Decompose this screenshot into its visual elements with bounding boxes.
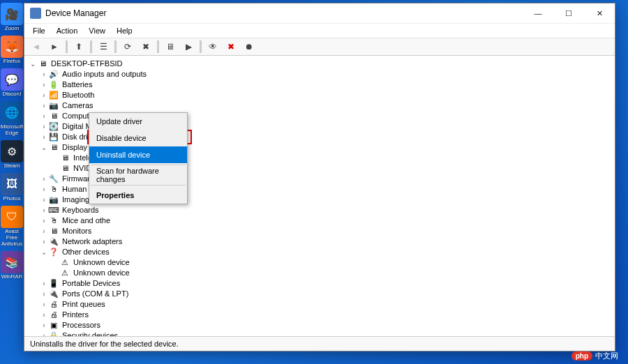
statusbar: Uninstalls the driver for the selected d…	[24, 336, 615, 351]
device-icon: ⚠	[59, 268, 70, 278]
menu-view[interactable]: View	[83, 25, 111, 36]
desktop-icon-zoom[interactable]: 🎥	[1, 3, 23, 25]
tree-item[interactable]: ›🔋Batteries	[40, 79, 615, 90]
expand-icon[interactable]: ›	[40, 184, 48, 195]
watermark: php 中文网	[571, 351, 618, 361]
expand-icon[interactable]: ›	[40, 236, 48, 247]
expand-icon[interactable]: ›	[40, 111, 48, 121]
toolbar-enable-icon[interactable]: ▶	[180, 39, 197, 54]
ctx-update-driver[interactable]: Update driver	[89, 113, 187, 130]
expand-icon[interactable]: ›	[40, 205, 48, 215]
titlebar[interactable]: Device Manager — ☐ ✕	[24, 3, 615, 24]
device-icon: 💾	[48, 132, 59, 142]
toolbar-back-icon[interactable]: ◄	[28, 39, 45, 54]
expand-icon[interactable]: ›	[40, 310, 48, 320]
status-text: Uninstalls the driver for the selected d…	[30, 340, 179, 348]
toolbar-scan-icon[interactable]: 🖥	[162, 39, 179, 54]
tree-item[interactable]: ⌄❓Other devices	[40, 247, 615, 257]
toolbar-refresh-icon[interactable]: ⟳	[119, 39, 136, 54]
expand-icon[interactable]: ›	[40, 278, 48, 289]
collapse-icon[interactable]: ⌄	[29, 59, 37, 69]
device-icon: 📷	[48, 101, 59, 111]
toolbar-forward-icon[interactable]: ►	[46, 39, 63, 54]
toolbar-props-icon[interactable]: ☰	[95, 39, 112, 54]
tree-item[interactable]: ›📷Cameras	[40, 100, 615, 111]
device-icon: 🔌	[48, 289, 59, 299]
collapse-icon[interactable]: ⌄	[40, 142, 48, 153]
menubar: FileActionViewHelp	[24, 24, 615, 38]
expand-icon[interactable]: ›	[40, 79, 48, 90]
tree-label: Keyboards	[61, 205, 100, 215]
tree-label: Security devices	[61, 331, 119, 336]
device-icon: 📷	[48, 195, 59, 205]
tree-item[interactable]: ›🔊Audio inputs and outputs	[40, 69, 615, 79]
tree-label: Bluetooth	[61, 90, 96, 100]
tree-item[interactable]: ⚠Unknown device	[51, 257, 615, 268]
expand-icon[interactable]: ›	[40, 69, 48, 79]
desktop-icon-edge[interactable]: 🌐	[1, 101, 23, 123]
tree-label: Printers	[61, 310, 90, 320]
desktop-icon-label: Zoom	[0, 25, 24, 31]
tree-item[interactable]: ›🖨Print queues	[40, 299, 615, 310]
toolbar-close-red-icon[interactable]: ✖	[223, 39, 239, 54]
desktop-icon-winrar[interactable]: 📚	[1, 251, 23, 273]
device-icon: 📶	[48, 91, 59, 100]
ctx-properties[interactable]: Properties	[89, 187, 187, 204]
tree-item[interactable]: ⌄🖥DESKTOP-ETFBSID	[29, 59, 615, 69]
minimize-button[interactable]: —	[523, 3, 553, 23]
tree-label: Other devices	[61, 247, 111, 257]
device-icon: 🔋	[48, 80, 59, 90]
expand-icon[interactable]: ›	[40, 174, 48, 184]
collapse-icon[interactable]: ⌄	[40, 247, 48, 257]
tree-item[interactable]: ›🖱Mice and othe	[40, 215, 615, 226]
desktop-icon-steam[interactable]: ⚙	[1, 140, 23, 162]
tree-item[interactable]: ›▣Processors	[40, 320, 615, 331]
tree-item[interactable]: ›🔌Ports (COM & LPT)	[40, 289, 615, 299]
expand-icon[interactable]: ›	[40, 121, 48, 132]
tree-label: Network adapters	[61, 236, 124, 247]
toolbar-record-icon[interactable]: ⏺	[241, 39, 257, 54]
desktop-icon-photos[interactable]: 🖼	[1, 173, 23, 195]
menu-action[interactable]: Action	[51, 25, 84, 36]
tree-label: Ports (COM & LPT)	[61, 289, 130, 299]
expand-icon[interactable]: ›	[40, 289, 48, 299]
expand-icon[interactable]: ›	[40, 320, 48, 331]
desktop-icon-discord[interactable]: 💬	[1, 68, 23, 91]
ctx-uninstall-device[interactable]: Uninstall device	[89, 146, 187, 163]
expand-icon[interactable]: ›	[40, 90, 48, 100]
desktop-icon-avast[interactable]: 🛡	[1, 206, 23, 228]
tree-item[interactable]: ›📱Portable Devices	[40, 278, 615, 289]
tree-label: Audio inputs and outputs	[61, 69, 148, 79]
expand-icon[interactable]: ›	[40, 100, 48, 111]
expand-icon[interactable]: ›	[40, 215, 48, 226]
context-menu: Update driverDisable deviceUninstall dev…	[89, 112, 188, 204]
tree-item[interactable]: ›🔌Network adapters	[40, 236, 615, 247]
toolbar-up-icon[interactable]: ⬆	[70, 39, 87, 54]
maximize-button[interactable]: ☐	[553, 3, 584, 23]
tree-item[interactable]: ›🖥Monitors	[40, 226, 615, 236]
desktop-icon-label: Photos	[0, 195, 24, 202]
expand-icon[interactable]: ›	[40, 132, 48, 142]
close-button[interactable]: ✕	[584, 3, 615, 23]
expand-icon[interactable]: ›	[40, 195, 48, 205]
toolbar-remove-icon[interactable]: ✖	[137, 39, 154, 54]
desktop-icon-firefox[interactable]: 🦊	[1, 36, 23, 58]
expand-icon[interactable]: ›	[40, 331, 48, 336]
ctx-scan-for-hardware-changes[interactable]: Scan for hardware changes	[89, 167, 187, 183]
device-icon: ⌨	[48, 206, 59, 215]
desktop-icon-label: Firefox	[0, 58, 24, 64]
device-icon: 🖥	[48, 112, 59, 121]
tree-item[interactable]: ›⌨Keyboards	[40, 205, 615, 215]
expand-icon[interactable]: ›	[40, 226, 48, 236]
tree-item[interactable]: ›🔒Security devices	[40, 331, 615, 336]
tree-item[interactable]: ›🖨Printers	[40, 310, 615, 320]
menu-file[interactable]: File	[27, 25, 51, 36]
ctx-disable-device[interactable]: Disable device	[89, 130, 187, 146]
tree-label: Unknown device	[72, 268, 131, 278]
menu-help[interactable]: Help	[111, 25, 138, 36]
tree-label: Cameras	[61, 100, 95, 111]
tree-item[interactable]: ›📶Bluetooth	[40, 90, 615, 100]
tree-item[interactable]: ⚠Unknown device	[51, 268, 615, 278]
toolbar-show-hidden-icon[interactable]: 👁	[204, 39, 221, 54]
expand-icon[interactable]: ›	[40, 299, 48, 310]
